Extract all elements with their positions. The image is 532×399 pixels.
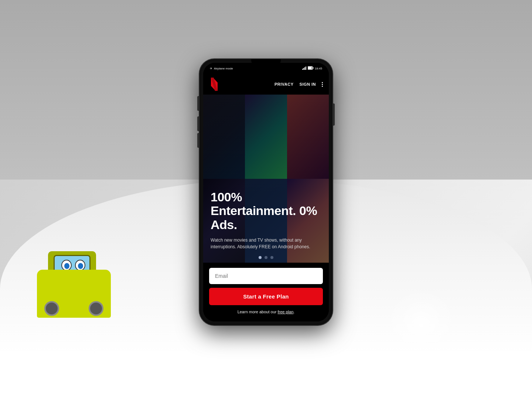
- netflix-logo: [209, 78, 219, 91]
- netflix-navbar: PRIVACY SIGN IN: [203, 74, 329, 95]
- learn-more-text: Learn more about our free plan.: [209, 310, 323, 314]
- email-input[interactable]: [209, 268, 323, 284]
- battery-icon: [308, 66, 314, 71]
- status-left: ✈ Airplane mode: [210, 67, 233, 70]
- svg-rect-0: [302, 69, 303, 70]
- dot-3: [322, 86, 323, 87]
- hero-headline: 100% Entertainment. 0% Ads.: [211, 190, 321, 232]
- status-right: 18:45: [302, 66, 322, 71]
- airplane-icon: ✈: [210, 67, 212, 70]
- train-eye-right: [75, 260, 85, 271]
- phone-case: ✈ Airplane mode: [200, 59, 332, 325]
- more-menu-button[interactable]: [322, 82, 323, 87]
- netflix-app: PRIVACY SIGN IN: [203, 74, 329, 321]
- toy-train: [30, 222, 133, 325]
- phone-screen: ✈ Airplane mode: [203, 63, 329, 321]
- free-plan-link[interactable]: free plan: [277, 310, 293, 314]
- cta-section: Start a Free Plan Learn more about our f…: [203, 263, 329, 321]
- train-pupil-right: [78, 263, 83, 269]
- train-wheel-right: [89, 301, 103, 316]
- phone-notch: [251, 59, 281, 66]
- svg-rect-5: [313, 67, 313, 69]
- hero-section: 100% Entertainment. 0% Ads. Watch new mo…: [203, 95, 329, 263]
- train-body: [37, 270, 111, 318]
- movie-tile-3: [287, 95, 329, 179]
- privacy-link[interactable]: PRIVACY: [274, 82, 294, 86]
- learn-more-suffix: .: [293, 310, 294, 314]
- start-free-plan-button[interactable]: Start a Free Plan: [209, 288, 323, 305]
- phone-device: ✈ Airplane mode: [200, 59, 332, 325]
- svg-rect-6: [308, 67, 312, 69]
- train-pupil-left: [64, 263, 69, 269]
- train-wheel-left: [44, 301, 59, 316]
- svg-rect-2: [304, 67, 305, 70]
- status-left-text: Airplane mode: [214, 67, 233, 70]
- sign-in-link[interactable]: SIGN IN: [300, 82, 316, 86]
- time-display: 18:45: [315, 67, 322, 70]
- hero-subtext: Watch new movies and TV shows, without a…: [211, 237, 321, 250]
- svg-rect-3: [306, 66, 306, 70]
- learn-more-prefix: Learn more about our: [238, 310, 278, 314]
- dot-1: [322, 82, 323, 83]
- svg-rect-1: [303, 68, 304, 70]
- signal-icon: [302, 66, 307, 71]
- dot-2: [322, 84, 323, 85]
- hero-text: 100% Entertainment. 0% Ads. Watch new mo…: [211, 190, 321, 256]
- email-input-wrapper: [209, 268, 323, 284]
- light-reflection: [384, 288, 458, 362]
- movie-tile-1: [203, 95, 245, 179]
- train-eye-left: [61, 260, 72, 271]
- movie-tile-2: [245, 95, 287, 179]
